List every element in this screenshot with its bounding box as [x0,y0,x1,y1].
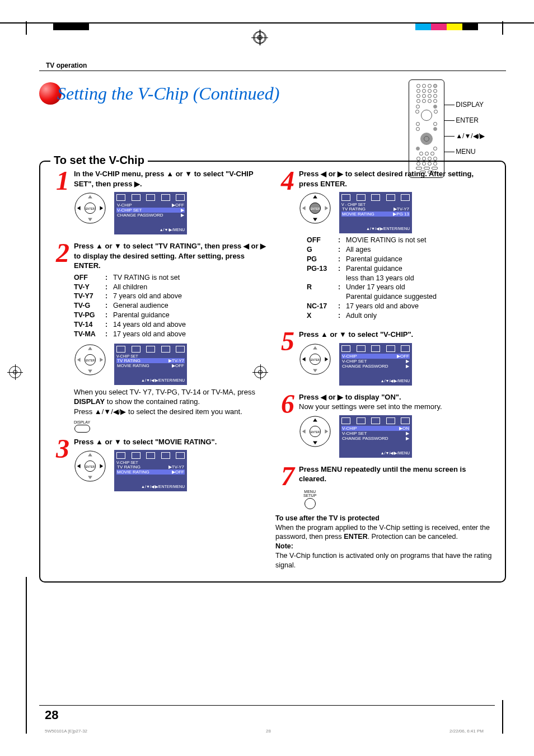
page-number: 28 [45,705,58,722]
registration-mark-bottom [253,31,265,44]
menu-button-icon: MENU SETUP [303,490,316,509]
remote-label-display: DISPLAY [456,101,485,109]
svg-text:ENTER: ENTER [86,208,95,210]
svg-marker-6 [100,206,103,210]
svg-marker-24 [313,195,317,199]
osd-panel: V-CHIP SET TV RATING▶TV-Y7 MOVIE RATING▶… [114,344,187,385]
step-number: 2 [50,243,69,262]
osd-panel: V-CHIP▶OFF V-CHIP SET▶ CHANGE PASSWORD▶ … [114,192,187,234]
svg-marker-13 [100,358,103,362]
svg-marker-32 [313,369,317,372]
display-button-icon: DISPLAY [74,420,90,433]
registration-mark-left [9,366,21,378]
svg-marker-31 [313,346,317,349]
registration-mark-right [254,366,266,378]
step3-instruction: Press ▲ or ▼ to select "MOVIE RATING". [74,437,270,447]
remote-label-menu: MENU [456,148,485,156]
svg-text:ENTER: ENTER [311,358,320,361]
dpad-icon: ENTER [74,192,106,224]
osd-panel: V-CHIP SET TV RATING▶TV-Y7 MOVIE RATING▶… [114,450,187,491]
svg-marker-20 [100,464,103,468]
footer-metadata: 5W50101A [E]p27-32 28 2/22/06, 6:41 PM [45,729,484,734]
step2-post-text: When you select TV- Y7, TV-PG, TV-14 or … [74,387,270,407]
dpad-icon: ENTER [299,343,331,375]
svg-marker-4 [88,218,92,221]
remote-display-btn [433,105,437,109]
svg-marker-11 [88,369,92,373]
svg-marker-10 [88,347,92,350]
dpad-icon: ENTER [299,192,331,224]
svg-marker-5 [77,206,81,210]
step6-instruction: Press ◀ or ▶ to display "ON". Now your s… [299,392,495,412]
box-title: To set the V-Chip [50,154,148,167]
registration-blocks-bw [53,24,89,30]
step2-instruction: Press ▲ or ▼ to select "TV RATING", then… [74,241,270,271]
step4-instruction: Press ◀ or ▶ to select desired rating. A… [299,169,495,189]
svg-marker-34 [325,357,328,361]
osd-panel: V - CHIP SET TV RATING▶TV-Y7 MOVIE RATIN… [339,192,412,233]
svg-marker-19 [77,464,81,468]
registration-blocks-color [415,24,478,30]
svg-marker-26 [302,206,306,210]
osd-panel: V-CHIP▶ON V-CHIP SET▶ CHANGE PASSWORD▶ ▲… [339,415,412,458]
svg-marker-38 [313,418,317,421]
svg-marker-25 [313,218,317,221]
step2-post-text2: Press ▲/▼/◀/▶ to select the desired item… [74,407,270,417]
svg-marker-3 [88,195,92,199]
remote-label-enter: ENTER [456,116,485,124]
dpad-icon: ENTER [299,415,331,448]
osd-panel: V-CHIP▶OFF V-CHIP SET▶ CHANGE PASSWORD▶ … [339,343,412,386]
remote-menu-btn [416,147,420,151]
step-number: 4 [275,171,294,190]
step-number: 5 [275,332,294,351]
dpad-icon: ENTER [74,450,106,482]
svg-marker-27 [325,206,328,210]
tv-ratings-table: OFF:TV RATING is not set TV-Y:All childr… [74,273,270,339]
step-number: 1 [50,171,69,190]
svg-text:ENTER: ENTER [86,359,95,362]
remote-label-arrows: ▲/▼/◀/▶ [456,132,485,140]
svg-marker-39 [313,441,317,444]
svg-text:ENTER: ENTER [86,466,95,468]
after-note: To use after the TV is protected When th… [275,514,495,570]
remote-enter-btn [433,127,437,131]
step5-instruction: Press ▲ or ▼ to select "V-CHIP". [299,330,495,340]
svg-marker-17 [88,453,92,457]
step-number: 7 [275,467,294,486]
step1-instruction: In the V-CHIP menu, press ▲ or ▼ to sele… [74,169,270,189]
movie-ratings-table: OFF:MOVIE RATING is not set G:All ages P… [307,236,495,321]
svg-marker-40 [302,429,306,434]
step-number: 3 [50,439,69,458]
svg-marker-12 [77,358,81,362]
dpad-icon: ENTER [74,344,106,376]
svg-marker-41 [325,429,328,434]
svg-marker-33 [302,357,306,361]
step7-instruction: Press MENU repeatedly until the menu scr… [299,464,495,484]
svg-marker-18 [88,476,92,479]
svg-text:ENTER: ENTER [311,208,320,210]
svg-text:ENTER: ENTER [311,431,320,434]
section-label: TV operation [39,62,506,69]
page-title: Setting the V-Chip (Continued) [57,83,279,104]
step-number: 6 [275,395,294,414]
remote-arrows-btn [420,133,433,145]
